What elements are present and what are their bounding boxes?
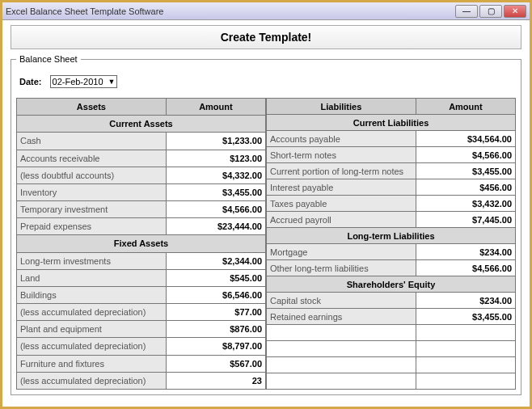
app-window: Excel Balance Sheet Template Software — …: [0, 0, 532, 409]
balance-sheet-fieldset: Balance Sheet Date: 02-Feb-2010 ▼ Assets…: [11, 54, 521, 395]
table-row: [267, 357, 516, 373]
tables-container: Assets Amount Current Assets Cash$1,233.…: [16, 98, 516, 390]
window-title: Excel Balance Sheet Template Software: [6, 6, 163, 16]
table-row: (less doubtful accounts)$4,332.00: [17, 167, 266, 183]
table-row: Current portion of long-term notes$3,455…: [267, 163, 516, 179]
shareholders-equity-header: Shareholders' Equity: [267, 276, 516, 293]
table-row: (less accumulated depreciation)23: [17, 372, 266, 389]
table-row: Plant and equipment$876.00: [17, 321, 266, 338]
long-term-liabilities-header: Long-term Liabilities: [267, 228, 516, 244]
date-value: 02-Feb-2010: [53, 77, 103, 86]
window-controls: — ▢ ✕: [455, 5, 526, 18]
table-row: Prepaid expenses$23,444.00: [17, 218, 266, 235]
table-row: Cash$1,233.00: [17, 133, 266, 150]
content-area: Create Template! Balance Sheet Date: 02-…: [2, 20, 530, 403]
table-row: Accounts receivable$123.00: [17, 150, 266, 167]
table-row: Capital stock$234.00: [267, 293, 516, 309]
create-template-button[interactable]: Create Template!: [11, 25, 521, 49]
liabilities-table: Liabilities Amount Current Liabilities A…: [266, 98, 516, 390]
date-row: Date: 02-Feb-2010 ▼: [19, 75, 513, 88]
current-liabilities-header: Current Liabilities: [267, 115, 516, 131]
amount-header: Amount: [166, 99, 265, 116]
chevron-down-icon: ▼: [108, 78, 116, 86]
amount-header: Amount: [416, 99, 515, 115]
date-label: Date:: [19, 77, 42, 86]
table-row: Taxes payable$3,432.00: [267, 196, 516, 212]
table-row: Buildings$6,546.00: [17, 286, 266, 303]
table-row: Interest payable$456.00: [267, 179, 516, 196]
assets-header: Assets: [17, 99, 167, 116]
current-assets-header: Current Assets: [17, 116, 266, 133]
table-row: [267, 373, 516, 390]
maximize-button[interactable]: ▢: [479, 5, 502, 18]
close-button[interactable]: ✕: [504, 5, 526, 18]
table-row: Accounts payable$34,564.00: [267, 131, 516, 147]
titlebar: Excel Balance Sheet Template Software — …: [2, 2, 530, 20]
table-row: Short-term notes$4,566.00: [267, 147, 516, 163]
minimize-button[interactable]: —: [455, 5, 478, 18]
table-row: Furniture and fixtures$567.00: [17, 355, 266, 372]
fieldset-legend: Balance Sheet: [16, 54, 81, 64]
table-row: (less accumulated depreciation)$8,797.00: [17, 338, 266, 355]
table-row: Mortgage$234.00: [267, 244, 516, 260]
table-row: [267, 325, 516, 341]
fixed-assets-header: Fixed Assets: [17, 235, 266, 252]
table-row: Retained earnings$3,455.00: [267, 309, 516, 325]
liabilities-header: Liabilities: [267, 99, 416, 115]
table-row: Accrued payroll$7,445.00: [267, 212, 516, 228]
table-row: [267, 341, 516, 357]
table-row: (less accumulated depreciation)$77.00: [17, 304, 266, 321]
table-row: Temporary investment$4,566.00: [17, 201, 266, 218]
date-dropdown[interactable]: 02-Feb-2010 ▼: [50, 75, 118, 88]
table-row: Other long-term liabilities$4,566.00: [267, 260, 516, 276]
table-row: Long-term investments$2,344.00: [17, 252, 266, 269]
assets-table: Assets Amount Current Assets Cash$1,233.…: [16, 98, 266, 390]
table-row: Inventory$3,455.00: [17, 183, 266, 200]
table-row: Land$545.00: [17, 269, 266, 286]
